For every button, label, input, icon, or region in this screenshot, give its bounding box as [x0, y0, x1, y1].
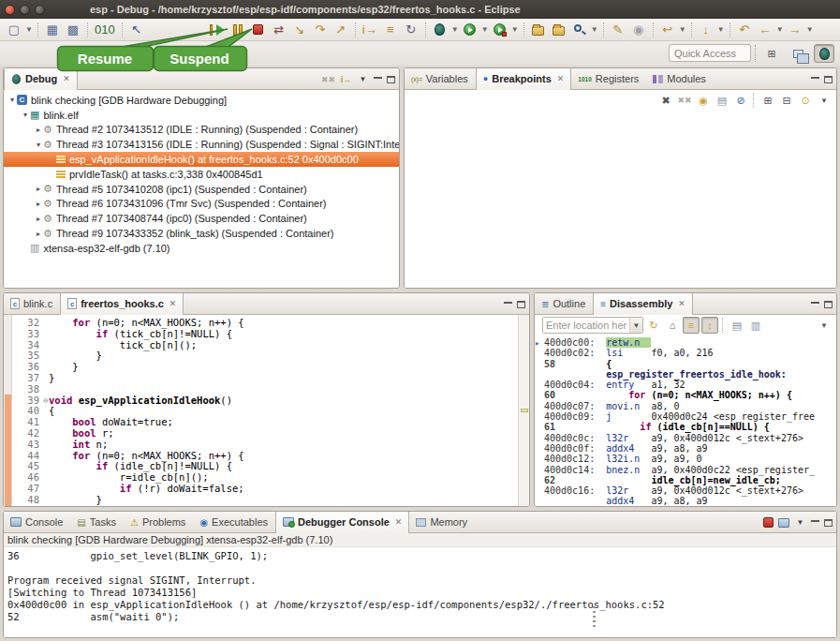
external-tools-button-dropdown[interactable]: ▼	[510, 21, 520, 39]
tree-row[interactable]: prvIdleTask() at tasks.c:3,338 0x400845d…	[4, 167, 399, 182]
cdt-perspective-button[interactable]	[788, 44, 808, 63]
instruction-stepping-button[interactable]: i→	[340, 72, 352, 87]
open-folder-button[interactable]	[549, 21, 569, 39]
tab-debugger-console[interactable]: Debugger Console✕	[275, 512, 409, 533]
use-step-filters-toggle[interactable]: ≡	[380, 21, 401, 39]
console-output[interactable]: 36 gpio_set_level(BLINK_GPIO, 1); Progra…	[4, 547, 836, 637]
maximize-button[interactable]	[824, 301, 833, 308]
tab-disassembly[interactable]: ≡Disassembly✕	[593, 293, 693, 315]
export-button[interactable]: ▥	[747, 317, 764, 334]
remove-all-terminated-button[interactable]: ✖✖	[321, 72, 335, 87]
tab-memory[interactable]: Memory	[409, 512, 475, 533]
tab-blink.c[interactable]: cblink.c	[4, 293, 60, 315]
console-dropdown[interactable]: ▼	[794, 515, 806, 530]
track-expression-toggle[interactable]: ↕	[701, 317, 718, 334]
show-breakpoints-for-button[interactable]: ◉	[695, 92, 712, 109]
link-with-debug-button[interactable]: ⊙	[797, 92, 814, 109]
debug-tree[interactable]: ▾Cblink checking [GDB Hardware Debugging…	[4, 90, 399, 288]
expander-icon[interactable]: ▾	[21, 111, 30, 119]
debug-perspective-button[interactable]	[814, 44, 834, 63]
mark-occurrences-toggle[interactable]: ✎	[608, 21, 628, 39]
tree-row[interactable]: ▸⚙Thread #7 1073408744 (ipc0) (Suspended…	[4, 211, 399, 226]
remove-all-breakpoints-button[interactable]: ✖✖	[676, 92, 693, 109]
forward-button[interactable]: →	[785, 21, 805, 39]
minimize-button[interactable]	[811, 519, 819, 522]
tree-row[interactable]: ▾⚙Thread #3 1073413156 (IDLE : Running) …	[4, 137, 399, 152]
minimize-button[interactable]	[504, 301, 512, 304]
location-dropdown[interactable]: ▼	[629, 318, 642, 333]
code-area[interactable]: for (n=0; n<MAX_HOOKS; n++) { if (tick_c…	[49, 315, 517, 506]
annotation-ruler[interactable]	[4, 315, 12, 506]
close-icon[interactable]: ✕	[395, 517, 403, 527]
tree-row[interactable]: ▸⚙Thread #9 1073433352 (blink_task) (Sus…	[4, 226, 399, 241]
expander-icon[interactable]: ▾	[7, 96, 17, 104]
copy-button[interactable]: ▤	[729, 317, 745, 334]
tab-outline[interactable]: ≣Outline	[535, 293, 593, 315]
tab-variables[interactable]: (x)=Variables	[405, 68, 476, 90]
step-over-button[interactable]: ↷	[310, 21, 331, 39]
tab-freertos-hooks.c[interactable]: cfreertos_hooks.c✕	[60, 293, 184, 315]
new-button-dropdown[interactable]: ▼	[24, 21, 34, 39]
tree-row[interactable]: ▸⚙Thread #5 1073410208 (ipc1) (Suspended…	[4, 182, 399, 197]
display-console-button[interactable]	[778, 518, 789, 528]
window-maximize-button[interactable]	[35, 5, 45, 15]
close-icon[interactable]: ✕	[557, 74, 565, 83]
location-combo[interactable]: ▼	[542, 317, 643, 334]
terminate-console-button[interactable]	[763, 517, 774, 528]
forward-button-dropdown[interactable]: ▼	[805, 21, 815, 39]
maximize-button[interactable]	[824, 76, 833, 83]
instruction-stepping-toggle[interactable]: i→	[360, 21, 380, 39]
minimize-button[interactable]	[374, 76, 382, 79]
tab-modules[interactable]: Modules	[646, 68, 714, 90]
goto-file-button[interactable]: ▤	[714, 92, 730, 109]
line-number-ruler[interactable]: 3233343536373839⊖40414243444546474849	[13, 315, 41, 506]
tree-row[interactable]: ▸⚙Thread #2 1073413512 (IDLE : Running) …	[4, 123, 399, 138]
view-menu-button[interactable]: ▼	[816, 317, 833, 334]
debug-button-dropdown[interactable]: ▼	[450, 21, 460, 39]
expander-icon[interactable]: ▸	[34, 215, 43, 223]
open-type-button[interactable]: ◉	[628, 21, 649, 39]
maximize-button[interactable]	[387, 76, 395, 83]
close-icon[interactable]: ✕	[169, 299, 177, 308]
tab-tasks[interactable]: ▤Tasks	[70, 512, 124, 533]
run-button[interactable]	[460, 21, 480, 39]
last-edit-location-button-dropdown[interactable]: ▼	[678, 21, 687, 39]
quick-access-input[interactable]	[669, 44, 751, 62]
back-history-button-dropdown[interactable]: ▼	[775, 21, 785, 39]
sash-grip[interactable]	[593, 606, 596, 629]
expander-icon[interactable]: ▸	[34, 230, 43, 238]
refresh-view-button[interactable]: ↻	[645, 317, 662, 334]
window-close-button[interactable]	[5, 5, 15, 15]
next-annotation-button-dropdown[interactable]: ▼	[716, 21, 726, 39]
search-button-dropdown[interactable]: ▼	[590, 21, 599, 39]
last-edit-location-button[interactable]: ↩	[657, 21, 678, 39]
view-menu-button[interactable]: ▼	[357, 72, 369, 87]
expand-all-button[interactable]: ⊞	[759, 92, 776, 109]
breakpoints-content[interactable]	[405, 111, 836, 288]
maximize-button[interactable]	[517, 301, 525, 308]
tab-problems[interactable]: ⚠Problems	[124, 512, 193, 533]
tree-row[interactable]: ▸⚙Thread #6 1073431096 (Tmr Svc) (Suspen…	[4, 197, 399, 212]
close-icon[interactable]: ✕	[63, 74, 70, 83]
close-icon[interactable]: ✕	[678, 299, 685, 308]
minimize-button[interactable]	[811, 301, 819, 304]
tab-breakpoints[interactable]: ●Breakpoints✕	[476, 68, 572, 90]
new-button[interactable]: ▢	[4, 21, 24, 39]
view-menu-button[interactable]: ▼	[816, 92, 833, 109]
tree-row[interactable]: ▥xtensa-esp32-elf-gdb (7.10)	[4, 241, 399, 256]
overview-ruler[interactable]	[518, 315, 529, 506]
maximize-button[interactable]	[824, 519, 833, 527]
expander-icon[interactable]: ▾	[34, 141, 43, 149]
search-button[interactable]	[569, 21, 590, 39]
skip-all-breakpoints-toggle[interactable]: ⊘	[732, 92, 749, 109]
tree-row[interactable]: ▾Cblink checking [GDB Hardware Debugging…	[4, 93, 399, 108]
tab-console[interactable]: Console	[4, 512, 70, 533]
open-perspective-button[interactable]: ⊞	[761, 44, 782, 63]
location-input[interactable]	[543, 318, 629, 333]
expander-icon[interactable]: ▸	[34, 200, 43, 208]
debug-button[interactable]	[430, 21, 450, 39]
back-history-button[interactable]: ←	[755, 21, 775, 39]
tab-executables[interactable]: ◉Executables	[193, 512, 275, 533]
restart-button[interactable]: ↻	[401, 21, 421, 39]
new-project-button[interactable]	[528, 21, 549, 39]
